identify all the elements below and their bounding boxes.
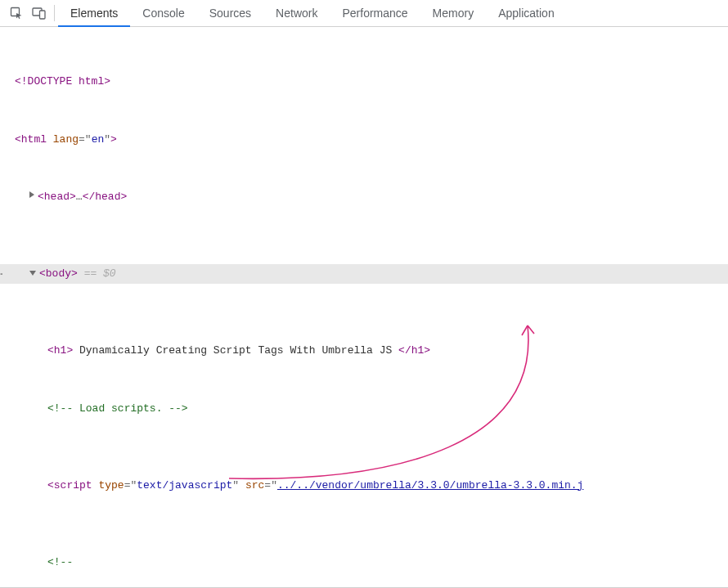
elements-tree[interactable]: <!DOCTYPE html> <html lang="en"> <head>…… (0, 27, 728, 588)
devtools-top-toolbar: Elements Console Sources Network Perform… (0, 0, 728, 27)
tree-row[interactable]: <!DOCTYPE html> (0, 72, 728, 92)
svg-rect-2 (40, 11, 46, 19)
more-actions-icon[interactable]: ⋯ (0, 266, 3, 285)
main-tabstrip: Elements Console Sources Network Perform… (58, 0, 567, 27)
collapse-icon[interactable] (29, 271, 36, 276)
tree-row[interactable]: <head>…</head> (0, 187, 728, 207)
select-element-icon[interactable] (5, 0, 28, 27)
src-link[interactable]: ../../vendor/umbrella/3.3.0/umbrella-3.3… (277, 479, 583, 491)
tree-row[interactable]: <!-- (0, 553, 728, 572)
tree-row[interactable]: <html lang="en"> (0, 130, 728, 150)
tab-sources[interactable]: Sources (197, 0, 263, 27)
separator (54, 5, 55, 21)
tree-row[interactable]: <h1> Dynamically Creating Script Tags Wi… (0, 341, 728, 361)
tab-performance[interactable]: Performance (330, 0, 420, 27)
tree-row[interactable]: <!-- Load scripts. --> (0, 399, 728, 419)
toggle-device-icon[interactable] (28, 0, 51, 27)
tree-row[interactable]: <script type="text/javascript" src="../.… (0, 476, 728, 496)
tree-row-selected[interactable]: ⋯ <body> == $0 (0, 264, 728, 284)
tab-application[interactable]: Application (486, 0, 567, 27)
tab-elements[interactable]: Elements (58, 0, 130, 27)
tab-console[interactable]: Console (130, 0, 196, 27)
tab-network[interactable]: Network (263, 0, 330, 27)
tab-memory[interactable]: Memory (420, 0, 487, 27)
expand-icon[interactable] (29, 191, 34, 198)
